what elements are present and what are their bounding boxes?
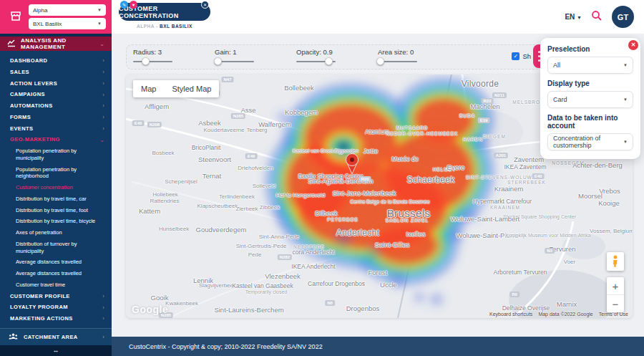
slider-thumb[interactable] bbox=[376, 57, 384, 65]
slider-label: Gain: 1 bbox=[215, 48, 291, 56]
attribution-link[interactable]: Map data ©2022 Google bbox=[538, 312, 592, 317]
analysis-management-header[interactable]: ANALYSIS AND MANAGEMENT ⌄ bbox=[0, 37, 112, 51]
sidebar-item-events[interactable]: EVENTS› bbox=[0, 123, 112, 135]
sidebar-subitem-customer-travel-time[interactable]: Customer travel time bbox=[0, 279, 112, 291]
field-value: Concentration of customership bbox=[553, 135, 623, 149]
sidebar-subitem-distribution-by-travel-time-car[interactable]: Distribution by travel time, car bbox=[0, 193, 112, 205]
sidebar-item-loyalty-program[interactable]: LOYALTY PROGRAM› bbox=[0, 302, 112, 313]
search-icon[interactable] bbox=[591, 10, 602, 24]
google-logo[interactable]: Google bbox=[132, 304, 168, 315]
map-type-styled-map[interactable]: Styled Map bbox=[164, 80, 219, 97]
sidebar-subitem-population-penetration-by-municipality[interactable]: Population penetration by municipality bbox=[0, 145, 112, 164]
slider-track[interactable] bbox=[215, 61, 254, 62]
heatmap-controls-bar: ✓ Sh Radius: 3Gain: 1Opacity: 0.9Area si… bbox=[126, 44, 542, 69]
sidebar-subitem-axes-of-penetration[interactable]: Axes of penetration bbox=[0, 227, 112, 239]
slider-track[interactable] bbox=[296, 61, 336, 62]
chevron-right-icon: › bbox=[102, 114, 104, 120]
slider-thumb[interactable] bbox=[325, 57, 333, 65]
show-checkbox[interactable]: ✓ bbox=[512, 52, 519, 60]
sidebar-subitem-customer-concentration[interactable]: Customer concentration bbox=[0, 182, 112, 193]
catchment-area-label: CATCHMENT AREA bbox=[24, 334, 97, 340]
breadcrumb: ALPHA - BXL BASILIX bbox=[119, 24, 210, 29]
attribution-link[interactable]: Keyboard shortcuts bbox=[489, 312, 532, 317]
topbar: ✎ ♥ ✕ CUSTOMER CONCENTRATION ALPHA - BXL… bbox=[112, 0, 644, 34]
language-select[interactable]: EN ▼ bbox=[565, 13, 582, 21]
field-label: Display type bbox=[547, 80, 633, 87]
chevron-right-icon: › bbox=[102, 293, 104, 299]
show-checkbox-label: Sh bbox=[522, 52, 531, 60]
sidebar-subitem-distribution-of-turnover-by-municipality[interactable]: Distribution of turnover by municipality bbox=[0, 239, 112, 257]
slider-label: Radius: 3 bbox=[133, 48, 209, 56]
store-select[interactable]: BXL Basilix▼ bbox=[29, 18, 106, 29]
attribution-link[interactable]: Terms of Use bbox=[599, 312, 628, 317]
options-panel: ✕ PreselectionAll▼Display typeCard▼Data … bbox=[540, 38, 640, 159]
sidebar-item-automations[interactable]: AUTOMATIONS› bbox=[0, 100, 112, 112]
slider-gain: Gain: 1 bbox=[215, 48, 291, 62]
section-title: ANALYSIS AND MANAGEMENT bbox=[21, 37, 94, 50]
chevron-down-icon: ▼ bbox=[623, 97, 628, 102]
chevron-right-icon: › bbox=[102, 304, 104, 311]
chevron-down-icon: ⌄ bbox=[99, 41, 104, 47]
sidebar-item-catchment-area[interactable]: CATCHMENT AREA › bbox=[0, 328, 112, 345]
sidebar-subitem-distribution-by-travel-time-foot[interactable]: Distribution by travel time, foot bbox=[0, 205, 112, 216]
chevron-right-icon: › bbox=[102, 57, 104, 64]
chevron-down-icon: ▼ bbox=[623, 63, 628, 67]
map-attribution: Keyboard shortcutsMap data ©2022 GoogleT… bbox=[489, 312, 628, 317]
map-type-control: MapStyled Map bbox=[133, 80, 219, 97]
field-select[interactable]: Concentration of customership▼ bbox=[547, 133, 633, 150]
chevron-right-icon: › bbox=[102, 69, 104, 75]
chevron-right-icon: › bbox=[102, 334, 104, 340]
slider-thumb[interactable] bbox=[214, 57, 222, 65]
sidebar-item-forms[interactable]: FORMS› bbox=[0, 112, 112, 123]
sidebar-item-customer-profile[interactable]: CUSTOMER PROFILE› bbox=[0, 291, 112, 302]
street-view-pegman[interactable] bbox=[607, 252, 624, 271]
footer: CustoCentrix - Copyright & copy; 2010-20… bbox=[112, 337, 644, 356]
field-select[interactable]: All▼ bbox=[547, 57, 633, 74]
chart-icon bbox=[7, 37, 16, 50]
slider-thumb[interactable] bbox=[142, 57, 150, 65]
field-label: Data to be taken into account bbox=[547, 114, 633, 130]
slider-label: Area size: 0 bbox=[378, 48, 454, 56]
chevron-right-icon: › bbox=[102, 315, 104, 322]
store-icon bbox=[9, 9, 23, 26]
field-value: All bbox=[553, 62, 560, 69]
main-area: ✎ ♥ ✕ CUSTOMER CONCENTRATION ALPHA - BXL… bbox=[112, 0, 644, 356]
chevron-down-icon: ▼ bbox=[97, 21, 102, 26]
slider-area-size: Area size: 0 bbox=[378, 48, 454, 62]
sidebar-item-dashboard[interactable]: DASHBOARD› bbox=[0, 55, 112, 67]
chevron-right-icon: › bbox=[102, 92, 104, 98]
sidebar-item-sales[interactable]: SALES› bbox=[0, 67, 112, 78]
slider-opacity: Opacity: 0.9 bbox=[296, 48, 372, 62]
copyright-text: CustoCentrix - Copyright & copy; 2010-20… bbox=[129, 343, 323, 350]
sidebar-subitem-population-penetration-by-neighborhood[interactable]: Population penetration by neighborhood bbox=[0, 164, 112, 183]
sidebar-item-geo-marketing[interactable]: GEO-MARKETING⌄ bbox=[0, 134, 112, 145]
zoom-in-button[interactable]: + bbox=[607, 277, 624, 295]
avatar[interactable]: GT bbox=[612, 6, 634, 28]
page-title-pill-group: ✎ ♥ ✕ CUSTOMER CONCENTRATION ALPHA - BXL… bbox=[119, 3, 210, 29]
field-value: Card bbox=[553, 96, 567, 103]
chevron-right-icon: › bbox=[102, 125, 104, 132]
zoom-out-button[interactable]: − bbox=[607, 295, 624, 312]
sidebar-subitem-average-distances-travelled[interactable]: Average distances travelled bbox=[0, 256, 112, 268]
favorite-badge-icon[interactable]: ♥ bbox=[130, 1, 137, 9]
sidebar-collapse-toggle[interactable]: ↔ bbox=[0, 345, 112, 356]
field-data-to-be-taken-into-account: Data to be taken into accountConcentrati… bbox=[547, 114, 633, 150]
region-select[interactable]: Alpha▼ bbox=[29, 4, 106, 16]
field-select[interactable]: Card▼ bbox=[547, 91, 633, 108]
sidebar-item-marketing-actions[interactable]: MARKETING ACTIONS› bbox=[0, 313, 112, 324]
sidebar-menu: DASHBOARD›SALES›ACTION LEVERS›CAMPAIGNS›… bbox=[0, 51, 112, 328]
sidebar-subitem-distribution-by-travel-time-bicycle[interactable]: Distribution by travel time, bicycle bbox=[0, 216, 112, 227]
sidebar-item-action-levers[interactable]: ACTION LEVERS› bbox=[0, 78, 112, 90]
catchment-area-icon bbox=[9, 331, 18, 344]
sidebar-item-campaigns[interactable]: CAMPAIGNS› bbox=[0, 89, 112, 100]
slider-track[interactable] bbox=[133, 61, 172, 62]
close-badge-icon[interactable]: ✕ bbox=[201, 1, 209, 9]
slider-track[interactable] bbox=[378, 61, 417, 62]
sidebar-subitem-average-distances-travelled[interactable]: Average distances travelled bbox=[0, 268, 112, 279]
close-icon[interactable]: ✕ bbox=[628, 40, 638, 50]
chevron-right-icon: › bbox=[102, 80, 104, 87]
map-type-map[interactable]: Map bbox=[133, 80, 164, 97]
edit-badge-icon[interactable]: ✎ bbox=[120, 1, 128, 9]
zoom-control: + − bbox=[607, 277, 624, 312]
sidebar-header: Alpha▼ BXL Basilix▼ bbox=[0, 0, 112, 34]
